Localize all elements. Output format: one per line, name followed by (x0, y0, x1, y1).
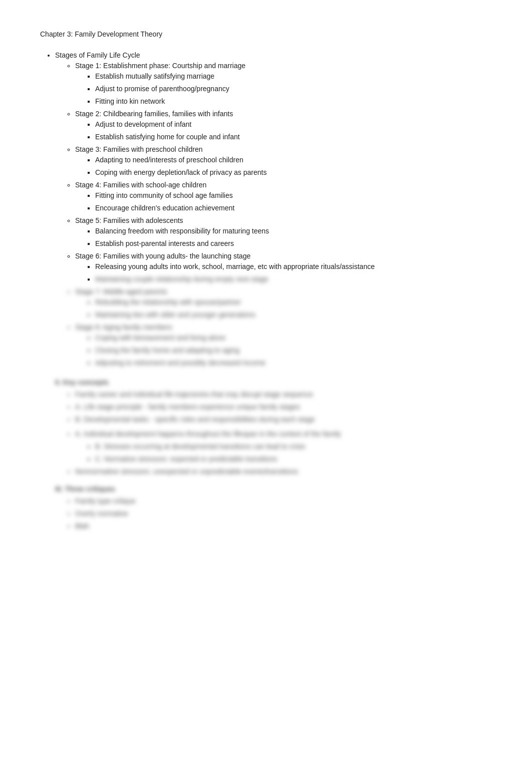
page-title: Chapter 3: Family Development Theory (40, 30, 492, 38)
stage1-label: Stage 1: Establishment phase: Courtship … (75, 62, 245, 70)
list-item: Balancing freedom with responsibility fo… (95, 226, 492, 236)
list-item: Releasing young adults into work, school… (95, 262, 492, 272)
list-item: Maintaining ties with older and younger … (95, 310, 492, 320)
main-list: Stages of Family Life Cycle Stage 1: Est… (55, 50, 492, 368)
stage2-label: Stage 2: Childbearing families, families… (75, 110, 233, 118)
list-item: Establish satisfying home for couple and… (95, 132, 492, 142)
stage5-item: Stage 5: Families with adolescents Balan… (75, 215, 492, 249)
blurred-section3: III. Three critiques Family type critiqu… (55, 485, 492, 532)
stage3-item: Stage 3: Families with preschool childre… (75, 144, 492, 178)
stage7-item-blurred: Stage 7: Middle-aged parents Rebuilding … (75, 287, 492, 320)
section-stages-label: Stages of Family Life Cycle (55, 51, 140, 59)
stage4-item: Stage 4: Families with school-age childr… (75, 180, 492, 213)
blurred-content-section: II. Key concepts Family career and indiv… (55, 378, 492, 532)
stage5-subitems: Balancing freedom with responsibility fo… (95, 226, 492, 249)
stage6-label: Stage 6: Families with young adults- the… (75, 252, 250, 260)
stage3-label: Stage 3: Families with preschool childre… (75, 145, 202, 153)
stage5-label: Stage 5: Families with adolescents (75, 216, 183, 224)
list-item: Establish post-parental interests and ca… (95, 238, 492, 249)
list-item: Adjust to development of infant (95, 119, 492, 130)
list-item: Closing the family home and adapting to … (95, 345, 492, 356)
section-stages: Stages of Family Life Cycle Stage 1: Est… (55, 50, 492, 368)
list-item: Adjust to promise of parenthoog/pregnanc… (95, 84, 492, 94)
list-item: Rebuilding the relationship with spouse/… (95, 297, 492, 308)
stage4-subitems: Fitting into community of school age fam… (95, 190, 492, 213)
stage2-item: Stage 2: Childbearing families, families… (75, 109, 492, 142)
stages-list: Stage 1: Establishment phase: Courtship … (75, 61, 492, 368)
list-item: Fitting into kin network (95, 96, 492, 107)
stage1-subitems: Establish mutually satifsfying marriage … (95, 71, 492, 107)
list-item: Adapting to need/interests of preschool … (95, 155, 492, 165)
list-item: Coping with energy depletion/lack of pri… (95, 167, 492, 178)
stage4-label: Stage 4: Families with school-age childr… (75, 181, 206, 189)
stage6-subitems: Releasing young adults into work, school… (95, 262, 492, 285)
stage6-item: Stage 6: Families with young adults- the… (75, 251, 492, 285)
list-item: Establish mutually satifsfying marriage (95, 71, 492, 82)
list-item: Adjusting to retirement and possibly dec… (95, 358, 492, 368)
stage1-item: Stage 1: Establishment phase: Courtship … (75, 61, 492, 107)
list-item: Encourage children's education achieveme… (95, 203, 492, 213)
stage8-item-blurred: Stage 8: Aging family members Coping wit… (75, 322, 492, 368)
list-item: Fitting into community of school age fam… (95, 190, 492, 201)
stage2-subitems: Adjust to development of infant Establis… (95, 119, 492, 142)
blurred-section2: II. Key concepts Family career and indiv… (55, 378, 492, 477)
stage3-subitems: Adapting to need/interests of preschool … (95, 155, 492, 178)
list-item: Coping with bereavement and living alone (95, 333, 492, 343)
list-item-blurred: Maintaining couple relationship during e… (95, 274, 492, 285)
